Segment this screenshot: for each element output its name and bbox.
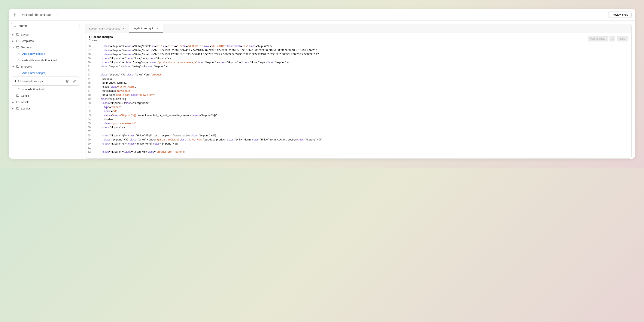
sidebar: ▸ Layout ▸ Templates ▾ Sections ＋ Add a (9, 20, 82, 159)
add-section-label: Add a new section (22, 52, 45, 55)
topbar: Edit code for Test data Preview store (9, 9, 635, 20)
close-icon[interactable]: ✕ (156, 27, 159, 30)
folder-icon (16, 107, 20, 110)
chevron-right-icon: ▸ (12, 39, 14, 42)
file-label: share-button.liquid (22, 88, 45, 91)
tab-label: buy-buttons.liquid (133, 27, 154, 30)
file-share-button[interactable]: share-button.liquid (9, 86, 82, 92)
folder-icon (16, 32, 20, 36)
delete-file-button[interactable] (64, 78, 70, 84)
app-window: Edit code for Test data Preview store ▸ … (9, 9, 635, 159)
code-lines[interactable]: class="tk-punc"><class="tk-tag">circle c… (93, 44, 631, 154)
code-icon (17, 79, 21, 83)
plus-icon: ＋ (17, 52, 21, 56)
svg-point-4 (14, 25, 16, 27)
main: ▸ Layout ▸ Templates ▾ Sections ＋ Add a (9, 20, 635, 159)
svg-point-1 (56, 14, 57, 15)
chevron-right-icon: ▸ (12, 33, 14, 36)
folder-icon (16, 94, 20, 98)
rename-file-button[interactable] (71, 78, 77, 84)
editor-tabs: section-main-product.css ✕ buy-buttons.l… (85, 24, 632, 33)
folder-label: Locales (21, 107, 30, 110)
folder-label: Config (21, 94, 29, 97)
chevron-down-icon: ▾ (12, 46, 14, 49)
svg-point-3 (59, 14, 60, 15)
format-dropdown-button[interactable]: ⌄ (610, 36, 615, 41)
plus-icon: ＋ (17, 71, 21, 75)
version-label: Current (89, 39, 98, 42)
recent-changes-indicator: Recent changes (89, 35, 113, 38)
code-editor[interactable]: 3637383940414243444546474849505152535455… (85, 44, 632, 159)
svg-point-2 (58, 14, 58, 15)
format-liquid-button[interactable]: Format liquid (588, 36, 608, 41)
page-title: Edit code for Test data (22, 13, 52, 16)
editor-pane: section-main-product.css ✕ buy-buttons.l… (82, 20, 635, 159)
recent-changes-label: Recent changes (92, 35, 113, 38)
modified-dot-icon (15, 80, 16, 82)
add-section-link[interactable]: ＋ Add a new section (9, 50, 82, 57)
chevron-right-icon: ▸ (12, 107, 14, 110)
add-snippet-link[interactable]: ＋ Add a new snippet (9, 70, 82, 76)
editor-toolbar: Recent changes Current ⌄ Format liquid⌄ … (85, 33, 632, 44)
tab-buy-buttons[interactable]: buy-buttons.liquid ✕ (129, 24, 163, 33)
tab-section-main-product[interactable]: section-main-product.css ✕ (86, 24, 129, 33)
more-button[interactable] (55, 12, 61, 18)
file-label: buy-buttons.liquid (22, 80, 44, 83)
trash-icon (66, 80, 69, 83)
folder-sections[interactable]: ▾ Sections (9, 44, 82, 50)
folder-snippets[interactable]: ▾ Snippets (9, 63, 82, 70)
folder-layout[interactable]: ▸ Layout (9, 31, 82, 38)
folder-label: Layout (21, 33, 29, 36)
folder-icon (16, 65, 20, 68)
code-icon (17, 87, 21, 91)
chevron-right-icon: ▸ (12, 101, 14, 104)
file-label: cart-notification-button.liquid (22, 59, 57, 62)
code-icon (17, 58, 21, 62)
folder-label: Assets (21, 101, 29, 104)
file-tree: ▸ Layout ▸ Templates ▾ Sections ＋ Add a (9, 31, 82, 159)
chevron-down-icon: ▾ (12, 65, 14, 68)
chevron-down-icon: ⌄ (98, 39, 100, 42)
folder-icon (16, 100, 20, 104)
folder-assets[interactable]: ▸ Assets (9, 99, 82, 105)
search-input[interactable] (19, 24, 77, 27)
dots-horizontal-icon (56, 13, 60, 17)
exit-icon (14, 13, 17, 17)
bullet-icon (89, 36, 90, 38)
folder-icon (16, 45, 20, 49)
search-input-wrap[interactable] (11, 23, 80, 29)
save-button[interactable]: Save (617, 36, 628, 41)
exit-button[interactable] (12, 12, 18, 18)
search-icon (14, 24, 17, 27)
file-cart-notification-button[interactable]: cart-notification-button.liquid (9, 57, 82, 63)
add-snippet-label: Add a new snippet (22, 71, 45, 75)
folder-label: Sections (21, 46, 32, 49)
folder-templates[interactable]: ▸ Templates (9, 38, 82, 44)
preview-store-button[interactable]: Preview store (608, 11, 632, 18)
folder-label: Snippets (21, 65, 32, 68)
svg-line-5 (16, 26, 16, 27)
pencil-icon (72, 80, 76, 83)
close-icon[interactable]: ✕ (122, 27, 125, 30)
folder-label: Templates (21, 39, 34, 42)
folder-locales[interactable]: ▸ Locales (9, 105, 82, 112)
version-selector[interactable]: Current ⌄ (89, 39, 113, 42)
tab-label: section-main-product.css (89, 27, 120, 30)
file-buy-buttons-selected[interactable]: buy-buttons.liquid (11, 77, 80, 86)
folder-config[interactable]: Config (9, 92, 82, 99)
line-gutter: 3637383940414243444546474849505152535455… (86, 44, 93, 154)
folder-icon (16, 39, 20, 43)
